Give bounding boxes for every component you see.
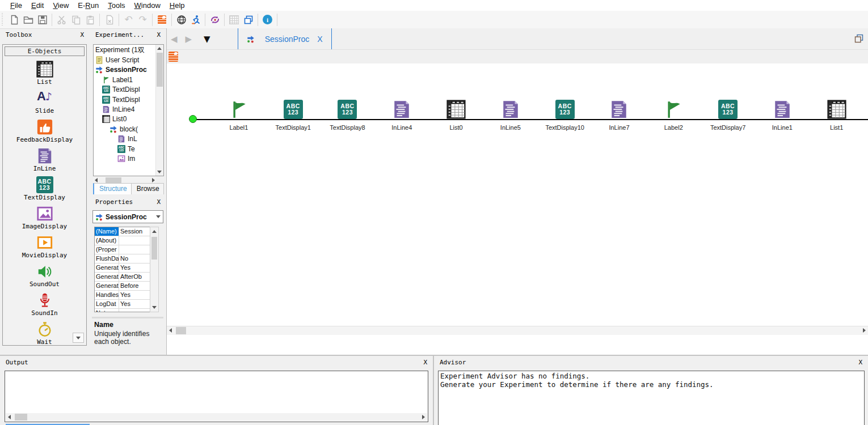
properties-object-selector[interactable]: SessionProc (92, 210, 163, 223)
tree-item-list0[interactable]: List0 (94, 114, 156, 124)
undo-button[interactable]: ↶ (121, 12, 136, 27)
timeline-object-label1[interactable]: Label1 (212, 98, 266, 131)
about-button[interactable]: i (260, 12, 275, 27)
timeline-object-inline7[interactable]: InLine7 (592, 98, 647, 131)
new-button[interactable] (7, 12, 21, 27)
toolbox-item-soundin[interactable]: SoundIn (3, 288, 86, 317)
property-row[interactable]: GeneratAfterOb (95, 273, 150, 282)
save-button[interactable] (35, 12, 49, 27)
toolbox-item-soundout[interactable]: SoundOut (3, 259, 86, 288)
toolbox-item-slide[interactable]: A♪ Slide (3, 86, 86, 114)
restore-window-icon[interactable] (854, 33, 864, 44)
timeline-object-inline1[interactable]: InLine1 (755, 98, 810, 131)
advisor-content[interactable]: Experiment Advisor has no findings. Gene… (438, 371, 865, 425)
toolbar-grip[interactable] (1, 13, 5, 27)
timeline-object-inline5[interactable]: InLine5 (483, 98, 538, 131)
scrollbar-thumb[interactable] (157, 53, 163, 87)
tree-item-sessionproc[interactable]: SessionProc (94, 65, 156, 75)
tab-sessionproc[interactable]: SessionProc X (238, 28, 332, 49)
grid-button[interactable] (227, 12, 241, 27)
tab-list-dropdown-button[interactable]: ▼ (196, 34, 218, 44)
scrollbar-thumb[interactable] (15, 414, 27, 420)
timeline-object-textdisplay8[interactable]: ABC123 TextDisplay8 (321, 98, 375, 131)
explorer-vertical-scrollbar[interactable] (155, 45, 163, 176)
timeline-object-list0[interactable]: List0 (429, 98, 483, 131)
cut-button[interactable] (54, 12, 69, 27)
menu-edit[interactable]: Edit (27, 1, 48, 10)
toolbox-item-feedbackdisplay[interactable]: FeedbackDisplay (3, 114, 86, 143)
explorer-close-button[interactable]: X (157, 31, 161, 39)
copy-button[interactable] (69, 12, 83, 27)
property-row[interactable]: LogDatYes (95, 300, 150, 309)
toolbox-scroll-down-button[interactable] (73, 333, 84, 343)
tab-browser[interactable]: Browse (132, 184, 164, 194)
timeline-object-textdisplay7[interactable]: ABC123 TextDisplay7 (701, 98, 755, 131)
tab-structure[interactable]: Structure (94, 184, 132, 194)
property-row[interactable]: Notes (95, 309, 150, 312)
redo-button[interactable]: ↷ (136, 12, 150, 27)
timeline-object-inline4[interactable]: InLine4 (374, 98, 429, 131)
properties-close-button[interactable]: X (157, 198, 161, 206)
menu-window[interactable]: Window (130, 1, 165, 10)
scrollbar-thumb[interactable] (106, 177, 121, 183)
toolbox-item-textdisplay[interactable]: ABC123 TextDisplay (3, 172, 86, 201)
run-button[interactable] (188, 12, 203, 27)
menu-file[interactable]: File (6, 1, 27, 10)
menu-help[interactable]: Help (165, 1, 189, 10)
tree-item-blockproc[interactable]: block( (94, 124, 156, 134)
output-content[interactable] (5, 371, 428, 422)
properties-vertical-scrollbar[interactable] (150, 227, 159, 312)
property-row[interactable]: HandlesYes (95, 291, 150, 300)
tree-item-inline4[interactable]: InLine4 (94, 104, 156, 114)
property-row[interactable]: FlushDaNo (95, 254, 150, 264)
tree-item-inline[interactable]: InL (94, 134, 156, 144)
scrollbar-thumb[interactable] (151, 237, 157, 260)
property-description-title: Name (94, 321, 161, 329)
workspace-horizontal-scrollbar[interactable] (167, 326, 868, 335)
timeline-object-textdisplay10[interactable]: ABC123 TextDisplay10 (538, 98, 592, 131)
menu-tools[interactable]: Tools (103, 1, 129, 10)
scroll-left-icon (8, 415, 11, 419)
toolbox-item-list[interactable]: List (3, 57, 86, 86)
property-row[interactable]: (Proper (95, 245, 150, 254)
toolbox-item-moviedisplay[interactable]: MovieDisplay (3, 230, 86, 259)
property-row[interactable]: (Name)Session (95, 227, 150, 236)
tree-item-imagedisplay[interactable]: Im (94, 154, 156, 163)
output-horizontal-scrollbar[interactable] (6, 413, 427, 421)
nav-back-button[interactable]: ◀ (167, 34, 182, 44)
paste-button[interactable] (83, 12, 97, 27)
tab-close-button[interactable]: X (317, 35, 322, 44)
inline-icon (392, 100, 411, 119)
experiment-object-icon[interactable] (168, 52, 178, 62)
property-row[interactable]: GeneratBefore (95, 282, 150, 291)
nav-forward-button[interactable]: ▶ (182, 34, 196, 44)
timeline-object-textdisplay1[interactable]: ABC123 TextDisplay1 (266, 98, 321, 131)
toolbox-item-imagedisplay[interactable]: ImageDisplay (3, 201, 86, 230)
property-row[interactable]: GeneratYes (95, 264, 150, 273)
menu-view[interactable]: View (48, 1, 73, 10)
toolbox-item-inline[interactable]: InLine (3, 143, 86, 172)
eobjects-header[interactable]: E-Objects (5, 46, 85, 56)
tree-item-textdisplay[interactable]: ABC123Te (94, 144, 156, 154)
tree-item-experiment[interactable]: Experiment (1双 (94, 45, 156, 55)
tree-item-textdisplay[interactable]: ABC123TextDispl (94, 95, 156, 104)
procedure-icon (95, 213, 103, 221)
scrollbar-thumb[interactable] (176, 327, 186, 334)
menu-erun[interactable]: E-Run (73, 1, 103, 10)
advisor-close-button[interactable]: X (858, 359, 862, 366)
toolbox-close-button[interactable]: X (80, 31, 84, 39)
debug-button[interactable] (208, 12, 222, 27)
timeline-start-dot[interactable] (189, 115, 197, 123)
view-script-button[interactable] (174, 12, 188, 27)
windows-button[interactable] (241, 12, 255, 27)
delete-button[interactable] (102, 12, 116, 27)
tree-item-user-script[interactable]: User Script (94, 55, 156, 65)
tree-item-label1[interactable]: Label1 (94, 75, 156, 84)
timeline-object-label2[interactable]: Label2 (646, 98, 701, 131)
property-row[interactable]: (About) (95, 236, 150, 245)
open-button[interactable] (21, 12, 35, 27)
timeline-object-list1[interactable]: List1 (810, 98, 864, 131)
output-close-button[interactable]: X (423, 359, 427, 366)
generate-button[interactable] (155, 12, 169, 27)
tree-item-textdisplay[interactable]: ABC123TextDispl (94, 85, 156, 95)
